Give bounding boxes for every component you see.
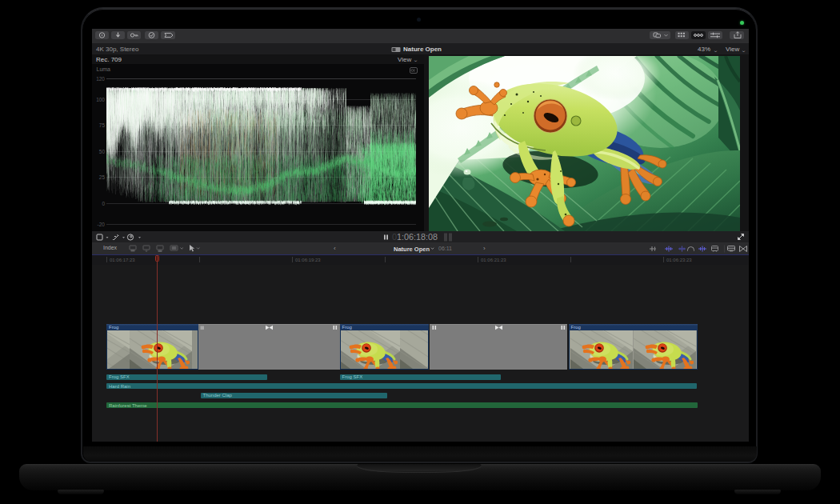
svg-text:1:06:18:08: 1:06:18:08	[397, 232, 438, 242]
svg-text:06:11: 06:11	[438, 246, 452, 251]
svg-text:‹: ‹	[334, 245, 336, 252]
svg-text:›: ›	[483, 245, 486, 252]
svg-text:Nature Open: Nature Open	[394, 246, 430, 253]
